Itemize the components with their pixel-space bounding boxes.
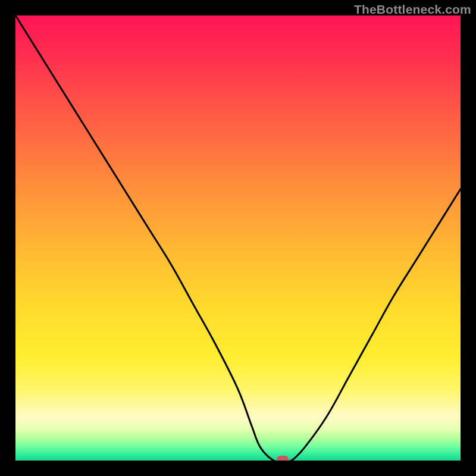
- bottleneck-curve: [15, 15, 461, 461]
- curve-path: [15, 15, 461, 461]
- optimum-marker: [277, 456, 289, 461]
- chart-frame: TheBottleneck.com: [0, 0, 476, 476]
- plot-area: [15, 15, 461, 461]
- watermark-text: TheBottleneck.com: [354, 2, 471, 17]
